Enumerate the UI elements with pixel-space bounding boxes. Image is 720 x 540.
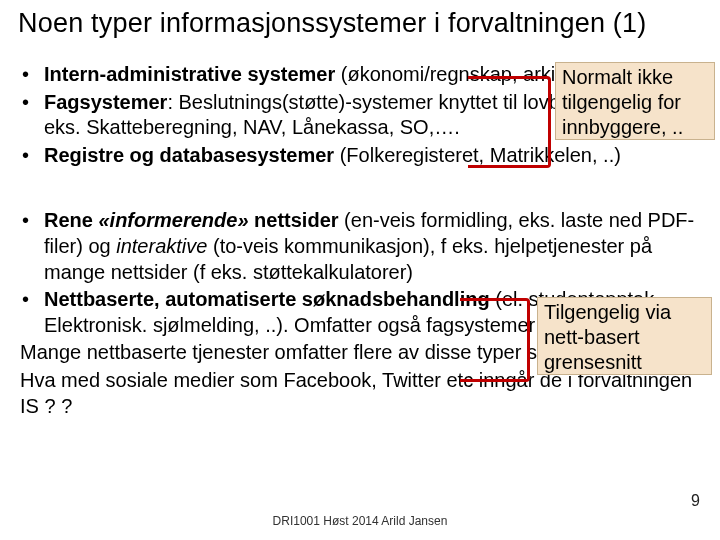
page-number: 9 — [691, 492, 700, 510]
bullet-bold: nettsider — [249, 209, 345, 231]
bracket-annotation — [460, 298, 530, 382]
bullet-item: Registre og databasesystemer (Folkeregis… — [20, 143, 700, 169]
bullet-bold: Registre og databasesystemer — [44, 144, 340, 166]
callout-box: Normalt ikke tilgengelig for innbyggere,… — [555, 62, 715, 140]
slide-title: Noen typer informasjonssystemer i forval… — [18, 8, 708, 39]
bullet-item: Rene «informerende» nettsider (en-veis f… — [20, 208, 700, 285]
bullet-bold: Rene — [44, 209, 98, 231]
slide-footer: DRI1001 Høst 2014 Arild Jansen — [0, 514, 720, 528]
bullet-bold: Intern-administrative systemer — [44, 63, 341, 85]
callout-box: Tilgengelig via nett-basert grensesnitt — [537, 297, 712, 375]
bullet-italic: interaktive — [116, 235, 213, 257]
bullet-bold: Fagsystemer — [44, 91, 167, 113]
bullet-italic: «informerende» — [98, 209, 248, 231]
bracket-annotation — [468, 76, 551, 168]
plain-line: Hva med sosiale medier som Facebook, Twi… — [20, 368, 700, 419]
slide: Noen typer informasjonssystemer i forval… — [0, 0, 720, 540]
bullet-bold: Nettbaserte, automatiserte søknadsbehand… — [44, 288, 495, 310]
